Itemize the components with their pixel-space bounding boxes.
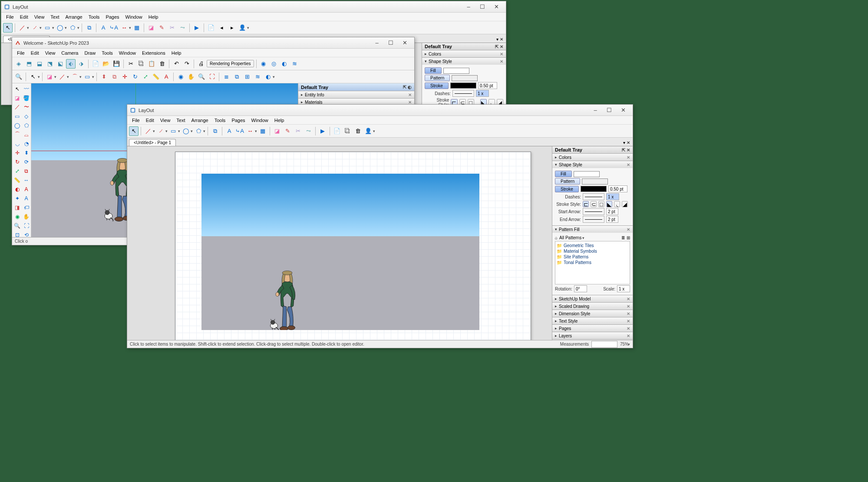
erase-tool-icon[interactable]: ◪	[272, 126, 282, 136]
menu-camera[interactable]: Camera	[58, 50, 81, 56]
sketchup-viewport-embed[interactable]	[201, 174, 479, 330]
titlebar[interactable]: Welcome - SketchUp Pro 2023 – ☐ ✕	[12, 37, 414, 49]
dashes-select[interactable]	[452, 90, 474, 97]
scale-input[interactable]	[617, 285, 630, 292]
person-icon[interactable]: 👤	[363, 126, 373, 136]
poly-tool[interactable]: ⬠	[22, 121, 30, 129]
join-bevel-icon[interactable]: ◢	[622, 201, 628, 207]
menu-pages[interactable]: Pages	[228, 117, 248, 124]
dashes-select[interactable]	[583, 193, 604, 200]
person-dropdown[interactable]: ▾	[247, 26, 249, 30]
tab-menu[interactable]: ▾ ✕	[622, 139, 631, 146]
close-button[interactable]: ✕	[489, 1, 503, 12]
zoom-level[interactable]: 75%	[620, 342, 629, 347]
redo-icon[interactable]: ↷	[182, 59, 191, 69]
shape-icon[interactable]: ▭	[83, 72, 92, 82]
3dtext-tool[interactable]: A	[22, 194, 30, 202]
text-icon[interactable]: A	[162, 72, 171, 82]
delete-icon[interactable]: 🗑	[157, 59, 167, 69]
fill-button[interactable]: Fill	[425, 67, 442, 74]
shape-style-panel-header[interactable]: Shape Style✕	[552, 161, 633, 168]
rect-tool-icon[interactable]: ▭	[168, 126, 178, 136]
prev-tool[interactable]: ⟲	[22, 231, 30, 237]
tray-header[interactable]: Default Tray ⇱✕	[552, 146, 633, 154]
join-round-icon[interactable]: ◟	[614, 201, 620, 207]
layers-3-icon[interactable]: ⊞	[242, 72, 252, 82]
rotate-tool[interactable]: ↻	[13, 158, 21, 166]
menu-tools[interactable]: Tools	[211, 117, 229, 124]
pattern-fill-panel-header[interactable]: Pattern Fill✕	[552, 226, 633, 233]
followme-tool[interactable]: ⟳	[22, 158, 30, 166]
text-tool-icon[interactable]: A	[224, 126, 234, 136]
menu-help[interactable]: Help	[145, 13, 162, 20]
circle-tool[interactable]: ◯	[13, 121, 21, 129]
stroke-width-input[interactable]	[478, 82, 497, 89]
axes-tool[interactable]: ✦	[13, 194, 21, 202]
arc-icon[interactable]: ⌒	[70, 72, 79, 82]
text-tool-icon[interactable]: A	[99, 23, 108, 33]
text-style-panel-header[interactable]: Text Style✕	[552, 317, 633, 324]
line-tool-icon[interactable]: ／	[143, 126, 153, 136]
text-tool[interactable]: A	[22, 185, 30, 193]
freehand-tool[interactable]: 〜	[22, 103, 30, 111]
minimize-button[interactable]: –	[588, 105, 602, 116]
zoom-tool[interactable]: 🔍	[13, 221, 21, 230]
pushpull-icon[interactable]: ⬍	[99, 72, 109, 82]
poly-tool-icon[interactable]: ⬠	[68, 23, 77, 33]
dup-page-icon[interactable]: ⿻	[343, 126, 352, 136]
left-view-icon[interactable]: ⬖	[66, 59, 76, 69]
menu-view[interactable]: View	[42, 50, 59, 56]
pattern-home-icon[interactable]: ⌂	[555, 235, 558, 240]
zoom2-icon[interactable]: 🔍	[197, 72, 206, 82]
pan-tool[interactable]: ✋	[22, 212, 30, 221]
pattern-folder-list[interactable]: Geometric Tiles Material Symbols Site Pa…	[555, 241, 630, 284]
zoomwin-tool[interactable]: ⛶	[22, 221, 30, 230]
menu-tools[interactable]: Tools	[99, 50, 116, 56]
print-icon[interactable]: 🖨	[196, 59, 206, 69]
scrapbooks-panel-header[interactable]: Scrapbooks✕	[552, 340, 633, 340]
move-icon[interactable]: ✛	[120, 72, 129, 82]
label-tool-icon[interactable]: ⤷A	[235, 126, 244, 136]
tray-pin-icon[interactable]: ⇱	[495, 44, 498, 49]
section-tool[interactable]: ◨	[13, 203, 21, 211]
line-dropdown[interactable]: ▾	[27, 26, 29, 30]
stroke-button[interactable]: Stroke	[555, 186, 579, 192]
line-icon[interactable]: ／	[57, 72, 67, 82]
label-tool-icon[interactable]: ⤷A	[109, 23, 119, 33]
colors-panel-header[interactable]: Colors✕	[422, 50, 506, 57]
style-tool-icon[interactable]: ✎	[283, 126, 292, 136]
rotation-input[interactable]	[574, 285, 587, 292]
right-view-icon[interactable]: ⬔	[45, 59, 55, 69]
scaled-drawing-panel-header[interactable]: Scaled Drawing✕	[552, 303, 633, 310]
page[interactable]	[175, 152, 531, 340]
fill-swatch[interactable]	[443, 68, 469, 74]
tray-pin-icon[interactable]: ⇱	[622, 148, 625, 152]
zoom-icon[interactable]: 🔍	[14, 72, 23, 82]
pattern-folder[interactable]: Material Symbols	[557, 248, 628, 254]
circle-dropdown[interactable]: ▾	[65, 26, 67, 30]
arc2-tool[interactable]: ⌓	[22, 130, 30, 139]
layers-panel-header[interactable]: Layers✕	[552, 332, 633, 339]
join-miter-icon[interactable]: ◣	[606, 201, 612, 207]
dimension-style-panel-header[interactable]: Dimension Style✕	[552, 310, 633, 317]
stroke-swatch[interactable]	[450, 83, 476, 89]
menu-pages[interactable]: Pages	[102, 13, 122, 20]
stroke-swatch[interactable]	[581, 186, 607, 192]
dimension-tool-icon[interactable]: ↔	[245, 126, 255, 136]
move-tool[interactable]: ✛	[13, 149, 21, 157]
rect-tool[interactable]: ▭	[13, 112, 21, 120]
menu-help[interactable]: Help	[271, 117, 287, 124]
grid-view-icon[interactable]: ⊞	[627, 235, 630, 240]
rotrect-tool[interactable]: ◇	[22, 112, 30, 120]
menu-arrange[interactable]: Arrange	[188, 117, 211, 124]
persp-view-icon[interactable]: ⬗	[76, 59, 86, 69]
extra-icon[interactable]: ◐	[263, 72, 273, 82]
zoomext-tool[interactable]: ⊡	[13, 231, 21, 237]
offset-tool-icon[interactable]: ⧉	[84, 23, 94, 33]
paste-icon[interactable]: 📋	[147, 59, 156, 69]
tray-collapse-icon[interactable]: ◐	[408, 85, 412, 89]
pattern-folder[interactable]: Tonal Patterns	[557, 260, 628, 265]
menu-text[interactable]: Text	[173, 117, 188, 124]
table-tool-icon[interactable]: ▦	[132, 23, 142, 33]
tag-tool[interactable]: 🏷	[22, 203, 30, 211]
